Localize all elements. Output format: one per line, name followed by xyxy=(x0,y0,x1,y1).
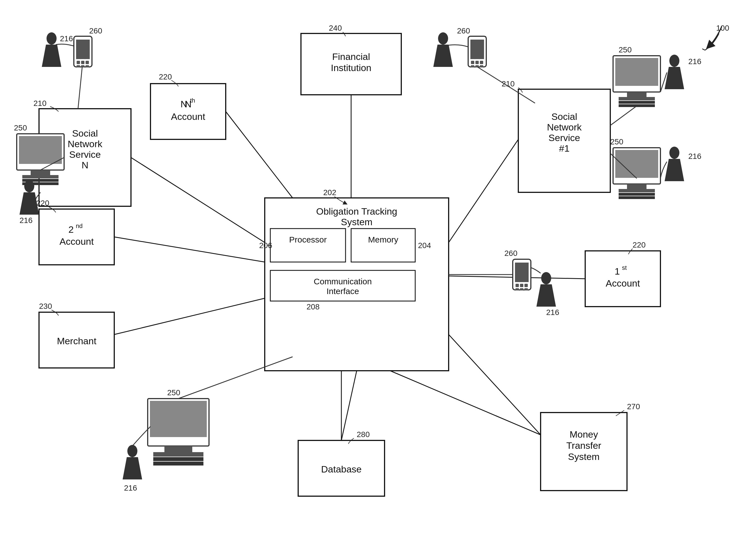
money-transfer-label1: Money xyxy=(570,429,598,440)
money-transfer-label2: Transfer xyxy=(566,440,601,451)
svg-rect-50 xyxy=(471,61,474,64)
svg-rect-81 xyxy=(520,288,523,291)
th-superscript: th xyxy=(190,97,195,104)
ref-216-tl: 216 xyxy=(60,34,73,43)
first-account-label2: Account xyxy=(606,278,640,288)
sns-n-label1: Social xyxy=(72,128,98,139)
memory-label: Memory xyxy=(368,235,398,244)
second-account-label2: Account xyxy=(60,236,94,247)
comm-interface-label2: Interface xyxy=(327,286,359,296)
svg-rect-77 xyxy=(515,284,519,287)
merchant-label: Merchant xyxy=(57,336,97,346)
ref-260-tl: 260 xyxy=(89,26,102,35)
ref-250-tr: 250 xyxy=(618,45,632,54)
money-transfer-label3: System xyxy=(568,451,600,462)
ref-260-tr: 260 xyxy=(457,26,470,35)
ref-220-second: 220 xyxy=(36,199,49,207)
svg-rect-4 xyxy=(351,228,415,262)
svg-rect-51 xyxy=(475,61,479,64)
st-superscript: st xyxy=(622,264,627,271)
phone-top-right xyxy=(468,36,486,67)
computer-top-right xyxy=(613,56,661,107)
svg-point-26 xyxy=(46,32,57,45)
svg-rect-71 xyxy=(618,196,655,199)
svg-rect-38 xyxy=(19,136,62,164)
svg-rect-61 xyxy=(618,101,655,104)
svg-rect-68 xyxy=(627,184,647,189)
comm-interface-label: Communication xyxy=(314,277,372,286)
ref-216-mr: 216 xyxy=(688,152,702,161)
svg-rect-90 xyxy=(153,457,203,461)
ref-216-bl: 216 xyxy=(20,216,33,225)
svg-rect-76 xyxy=(515,263,529,282)
svg-rect-39 xyxy=(31,170,50,175)
svg-rect-32 xyxy=(85,61,89,64)
ref-250-bc: 250 xyxy=(167,388,180,397)
svg-rect-53 xyxy=(471,65,474,67)
sns-1-label4: #1 xyxy=(559,143,570,154)
sns-n-label3: Service xyxy=(69,149,101,160)
sns-1-label3: Service xyxy=(548,133,580,143)
ref-270: 270 xyxy=(627,402,640,411)
ref-260-rots: 260 xyxy=(504,249,517,258)
svg-rect-80 xyxy=(515,288,519,291)
ref-204: 204 xyxy=(418,241,431,250)
svg-rect-35 xyxy=(85,65,89,67)
svg-rect-59 xyxy=(627,92,647,97)
financial-institution-label1: Financial xyxy=(332,51,370,62)
nd-superscript: nd xyxy=(76,222,82,229)
svg-rect-88 xyxy=(164,446,192,452)
computer-bottom-center xyxy=(148,399,209,465)
svg-point-93 xyxy=(127,445,137,457)
svg-rect-31 xyxy=(81,61,84,64)
sns-n-label2: Network xyxy=(68,139,103,149)
svg-point-64 xyxy=(669,55,679,67)
svg-rect-78 xyxy=(520,284,523,287)
ref-280: 280 xyxy=(357,430,370,439)
ref-240: 240 xyxy=(329,24,342,32)
first-label: 1 xyxy=(615,266,620,277)
svg-rect-49 xyxy=(470,40,484,59)
ref-208: 208 xyxy=(306,302,320,311)
svg-rect-82 xyxy=(524,288,528,291)
svg-rect-87 xyxy=(150,401,207,437)
svg-rect-60 xyxy=(618,97,655,100)
svg-point-44 xyxy=(24,180,34,192)
nth-account-label2: Account xyxy=(171,111,205,122)
svg-rect-89 xyxy=(153,452,203,457)
svg-rect-30 xyxy=(77,61,80,64)
processor-label: Processor xyxy=(289,235,327,244)
computer-mid-right xyxy=(613,148,661,199)
nth-label: N xyxy=(181,99,187,109)
svg-rect-40 xyxy=(22,175,59,178)
sns-1-label2: Network xyxy=(547,122,582,133)
svg-rect-91 xyxy=(153,462,203,465)
svg-rect-62 xyxy=(618,104,655,107)
ots-label2: System xyxy=(341,217,372,227)
svg-rect-58 xyxy=(615,58,658,86)
svg-rect-52 xyxy=(480,61,483,64)
ref-216-rphone: 216 xyxy=(546,308,559,317)
ref-202: 202 xyxy=(323,188,336,197)
ots-label1: Obligation Tracking xyxy=(316,206,397,217)
svg-rect-55 xyxy=(480,65,483,67)
svg-point-46 xyxy=(438,32,448,45)
ref-230: 230 xyxy=(39,302,52,311)
ref-216-bc: 216 xyxy=(124,484,137,492)
svg-rect-33 xyxy=(77,65,80,67)
sns-n-label4: N xyxy=(82,160,88,170)
svg-rect-3 xyxy=(270,228,346,262)
ref-100: 100 xyxy=(716,24,729,32)
ref-250-tl: 250 xyxy=(14,123,27,132)
ref-220-first: 220 xyxy=(633,241,646,249)
ref-250-mr: 250 xyxy=(610,137,623,146)
second-label: 2 xyxy=(68,224,74,235)
svg-rect-29 xyxy=(76,40,90,59)
sns-1-label1: Social xyxy=(551,111,577,122)
computer-top-left xyxy=(17,134,64,185)
svg-rect-69 xyxy=(618,189,655,192)
svg-point-73 xyxy=(669,147,679,159)
phone-right-ots xyxy=(513,259,531,291)
ref-220-nth: 220 xyxy=(159,73,172,81)
financial-institution-label2: Institution xyxy=(331,62,371,73)
